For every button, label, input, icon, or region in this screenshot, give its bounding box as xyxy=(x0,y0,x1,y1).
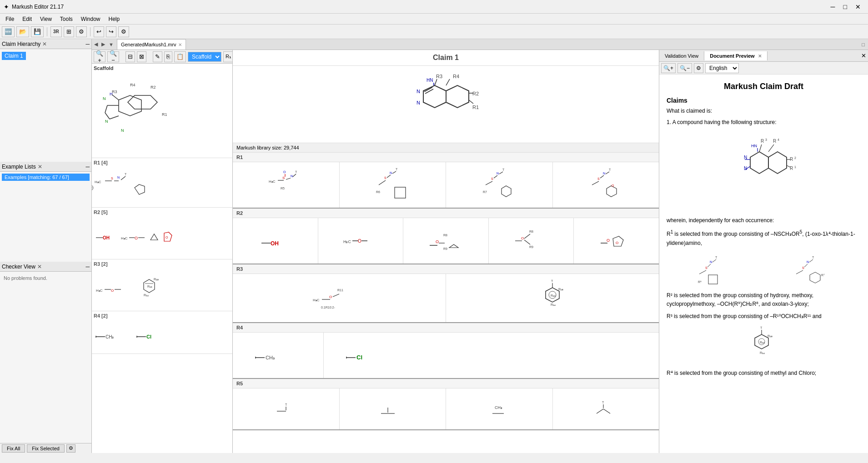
menu-window[interactable]: Window xyxy=(77,15,104,23)
rgroup-r4-item-2[interactable]: Cl xyxy=(324,333,415,378)
rpt-zoom-in[interactable]: 🔍+ xyxy=(661,63,676,73)
tab-settings-button[interactable]: □ xyxy=(860,42,866,47)
claim-1-item[interactable]: Claim 1 xyxy=(2,52,26,60)
rgroup-r2-item-4[interactable]: O R8 R9 xyxy=(489,218,574,264)
document-preview-close[interactable]: ✕ xyxy=(758,54,762,59)
scaffold-dropdown[interactable]: Scaffold xyxy=(188,52,221,62)
rgroup-r5-item-2[interactable] xyxy=(340,388,447,429)
svg-text:R₁₃: R₁₃ xyxy=(154,278,159,281)
menu-file[interactable]: File xyxy=(2,15,18,23)
rgroup-r2-item-1[interactable]: OH xyxy=(233,218,318,264)
doc-r1-mol-2: S N T R⁷ xyxy=(794,251,830,288)
r4-label: R4 [2] xyxy=(94,313,231,319)
rgroup-r2-item-3[interactable]: O R8 R9 xyxy=(403,218,489,264)
claim-hierarchy-close[interactable]: ✕ xyxy=(42,41,47,47)
fix-selected-button[interactable]: Fix Selected xyxy=(27,444,65,453)
settings-button[interactable]: ⚙ xyxy=(118,26,129,37)
validation-view-tab[interactable]: Validation View xyxy=(659,51,704,60)
redo-button[interactable]: ↪ xyxy=(106,26,116,37)
tab-next-button[interactable]: ▶ xyxy=(100,41,106,47)
language-select[interactable]: English German French xyxy=(705,63,739,73)
r1-nav-icon[interactable]: ⊕ xyxy=(92,183,94,193)
rpt-settings[interactable]: ⚙ xyxy=(694,63,703,73)
rgroup-r5-item-3[interactable]: CH₃ xyxy=(446,388,553,429)
arrange-button[interactable]: ⊟ xyxy=(125,51,135,62)
toolbar-sep-1 xyxy=(47,27,47,36)
right-panel-toolbar: 🔍+ 🔍− ⚙ English German French xyxy=(659,62,868,75)
document-preview-label: Document Preview xyxy=(710,53,754,59)
zoom-in-button[interactable]: 🔍+ xyxy=(94,51,105,62)
settings-icon-btn[interactable]: ⚙ xyxy=(76,26,87,37)
rgroup-r3-item-1[interactable]: H₃C O 0.1R10:2- R11 xyxy=(233,274,446,322)
markush-button[interactable]: 3R xyxy=(50,26,62,37)
svg-text:N: N xyxy=(603,172,605,175)
main-tab-close[interactable]: ✕ xyxy=(178,42,182,47)
rgroup-r4-item-1[interactable]: CH₃ xyxy=(233,333,324,378)
copy-button[interactable]: ⎘ xyxy=(164,51,172,62)
open-button[interactable]: 📂 xyxy=(16,26,29,37)
rgroup-r2-item-5[interactable]: O O xyxy=(574,218,659,264)
example-lists-minimize[interactable]: ─ xyxy=(85,164,90,170)
svg-line-89 xyxy=(592,181,599,185)
rgroup-r1-item-2[interactable]: S N T R6 xyxy=(340,162,447,208)
rgroup-r5-item-1[interactable]: T xyxy=(233,388,340,429)
svg-text:R₁₄: R₁₄ xyxy=(144,294,149,297)
checker-view-minimize[interactable]: ─ xyxy=(85,264,90,270)
example-lists-header: Example Lists ✕ ─ xyxy=(0,162,91,172)
svg-line-182 xyxy=(809,259,813,262)
scaffold-r3-section: R3 [2] H₃C O R₁₂ R₁₃ R₁₄ xyxy=(92,259,232,311)
new-button[interactable]: 🆕 xyxy=(2,26,15,37)
svg-text:H₃C: H₃C xyxy=(95,180,101,184)
rgroup-r1-item-4[interactable]: S N T O xyxy=(553,162,659,208)
rgroup-r2-title: R2 xyxy=(233,209,659,218)
main-tab[interactable]: GeneratedMarkush1.mrv ✕ xyxy=(117,39,186,50)
maximize-button[interactable]: □ xyxy=(840,2,851,11)
fix-options-button[interactable]: ⚙ xyxy=(66,444,75,453)
rgroup-r2-item-2[interactable]: H₃C O xyxy=(318,218,404,264)
svg-text:N: N xyxy=(744,166,747,171)
right-panel-close-btn[interactable]: ✕ xyxy=(861,52,866,59)
rgroup-r1-item-3[interactable]: S N T R7 xyxy=(446,162,553,208)
r1-label: R1 [4] xyxy=(94,160,231,165)
svg-marker-6 xyxy=(128,95,157,109)
svg-text:N: N xyxy=(416,89,420,94)
svg-text:R₁₃: R₁₃ xyxy=(768,334,773,338)
menu-edit[interactable]: Edit xyxy=(19,15,35,23)
rgroup-r3-item-2[interactable]: R₁₂ R₁₃ R₁₄ T xyxy=(446,274,659,322)
save-button[interactable]: 💾 xyxy=(31,26,44,37)
tab-dropdown-button[interactable]: ▼ xyxy=(107,42,115,47)
svg-text:R: R xyxy=(790,157,793,162)
rgroup-r1-item-1[interactable]: H₃C S O N T R5 xyxy=(233,162,340,208)
example-lists-close[interactable]: ✕ xyxy=(38,164,42,170)
svg-text:T: T xyxy=(812,256,814,259)
edit-button[interactable]: ✎ xyxy=(153,51,162,62)
svg-text:R₁₂: R₁₂ xyxy=(760,341,765,344)
undo-button[interactable]: ↩ xyxy=(94,26,104,37)
close-button[interactable]: ✕ xyxy=(852,2,864,11)
svg-text:S: S xyxy=(597,177,600,180)
menu-tools[interactable]: Tools xyxy=(56,15,76,23)
paste-button[interactable]: 📋 xyxy=(174,51,186,62)
svg-text:S: S xyxy=(384,176,386,179)
rpt-zoom-out[interactable]: 🔍− xyxy=(677,63,692,73)
titlebar-controls[interactable]: ─ □ ✕ xyxy=(827,2,864,11)
rgroup-r5-item-4[interactable]: T xyxy=(553,388,659,429)
arrange2-button[interactable]: ⊠ xyxy=(137,51,146,62)
examples-item[interactable]: Examples [matching: 67 / 67] xyxy=(2,174,90,181)
rgroup-r5-title: R5 xyxy=(233,379,659,388)
scaffold-svg: R3 R4 R2 N H N N R1 xyxy=(94,73,212,154)
rgroup-r3-title: R3 xyxy=(233,264,659,274)
claim-hierarchy-minimize[interactable]: ─ xyxy=(85,41,90,47)
tab-prev-button[interactable]: ◀ xyxy=(93,41,99,47)
grid-button[interactable]: ⊞ xyxy=(64,26,74,37)
checker-view-close[interactable]: ✕ xyxy=(37,264,42,270)
menu-help[interactable]: Help xyxy=(105,15,124,23)
document-preview-tab[interactable]: Document Preview ✕ xyxy=(704,51,767,60)
rgroup-r1-items: H₃C S O N T R5 xyxy=(233,162,659,208)
r2-desc: R² is selected from the group consisting… xyxy=(667,291,861,309)
fix-all-button[interactable]: Fix All xyxy=(2,444,25,453)
minimize-button[interactable]: ─ xyxy=(827,2,839,11)
zoom-out-button[interactable]: 🔍− xyxy=(107,51,119,62)
menu-view[interactable]: View xyxy=(36,15,55,23)
r-label-button[interactable]: R₁ xyxy=(223,51,233,62)
